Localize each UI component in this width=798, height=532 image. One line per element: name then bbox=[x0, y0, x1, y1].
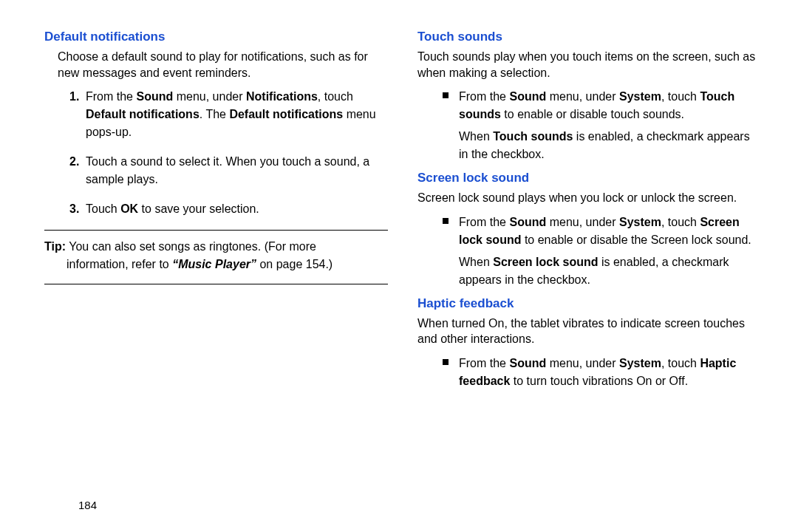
right-column: Touch sounds Touch sounds play when you … bbox=[417, 30, 761, 532]
heading-screen-lock-sound: Screen lock sound bbox=[417, 171, 761, 185]
sub-touch-sounds: When Touch sounds is enabled, a checkmar… bbox=[459, 128, 761, 163]
tip-label: Tip: bbox=[44, 240, 66, 253]
heading-touch-sounds: Touch sounds bbox=[417, 30, 761, 44]
steps-default-notifications: From the Sound menu, under Notifications… bbox=[44, 88, 388, 218]
heading-default-notifications: Default notifications bbox=[44, 30, 388, 44]
bullet-screen-lock-sound: From the Sound menu, under System, touch… bbox=[443, 214, 761, 289]
intro-screen-lock-sound: Screen lock sound plays when you lock or… bbox=[417, 190, 761, 206]
bullet-haptic-feedback: From the Sound menu, under System, touch… bbox=[443, 355, 761, 390]
page-number: 184 bbox=[78, 499, 97, 511]
tip-text: You can also set songs as ringtones. (Fo… bbox=[66, 240, 316, 253]
bullets-screen-lock-sound: From the Sound menu, under System, touch… bbox=[417, 214, 761, 289]
intro-haptic-feedback: When turned On, the tablet vibrates to i… bbox=[417, 316, 761, 347]
heading-haptic-feedback: Haptic feedback bbox=[417, 296, 761, 311]
step-3: Touch OK to save your selection. bbox=[69, 200, 388, 218]
left-column: Default notifications Choose a default s… bbox=[44, 30, 388, 532]
manual-page: Default notifications Choose a default s… bbox=[0, 0, 798, 532]
bullets-touch-sounds: From the Sound menu, under System, touch… bbox=[417, 88, 761, 163]
sub-screen-lock-sound: When Screen lock sound is enabled, a che… bbox=[459, 253, 761, 289]
intro-default-notifications: Choose a default sound to play for notif… bbox=[44, 49, 388, 81]
tip-continuation: information, refer to “Music Player” on … bbox=[44, 256, 388, 273]
tip-block: Tip: You can also set songs as ringtones… bbox=[44, 230, 388, 284]
step-1: From the Sound menu, under Notifications… bbox=[69, 88, 388, 141]
step-2: Touch a sound to select it. When you tou… bbox=[69, 153, 388, 188]
bullet-touch-sounds: From the Sound menu, under System, touch… bbox=[443, 88, 761, 163]
bullets-haptic-feedback: From the Sound menu, under System, touch… bbox=[417, 355, 761, 390]
intro-touch-sounds: Touch sounds play when you touch items o… bbox=[417, 49, 761, 81]
